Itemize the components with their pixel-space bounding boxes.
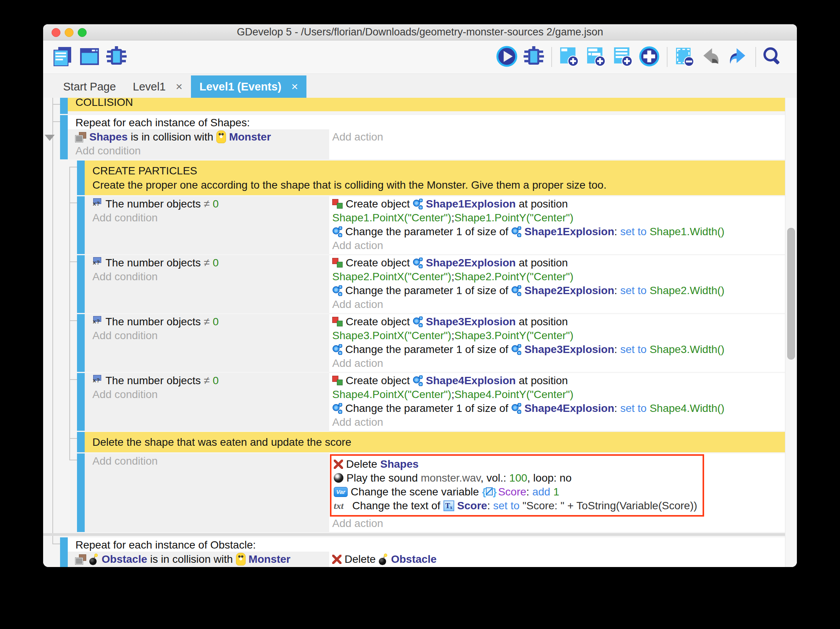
project-manager-button[interactable]: [52, 46, 74, 68]
condition-line[interactable]: The number objects ≠ 0: [92, 197, 329, 211]
condition-line[interactable]: The number objects ≠ 0: [92, 315, 329, 329]
action-line[interactable]: Change the parameter 1 of size of Shape1…: [332, 225, 785, 239]
add-new-button[interactable]: [638, 46, 660, 68]
add-action-link[interactable]: Add action: [332, 356, 785, 370]
scrollbar-thumb[interactable]: [787, 228, 795, 360]
text-segment: Shape3.Width(): [649, 343, 725, 355]
scene-editor-button[interactable]: [79, 46, 100, 68]
action-line[interactable]: Change the parameter 1 of size of Shape2…: [332, 284, 785, 298]
actions-cell[interactable]: Create object Shape2Explosion at positio…: [329, 255, 785, 313]
add-condition-link[interactable]: Add condition: [92, 454, 329, 468]
add-action-link[interactable]: Add action: [332, 517, 785, 530]
actions-cell[interactable]: Delete ShapesPlay the sound monster.wav,…: [329, 453, 785, 532]
action-line[interactable]: Create object Shape2Explosion at positio…: [332, 256, 785, 270]
condition-line[interactable]: Shapes is in collision with Monster: [75, 130, 329, 144]
play-button[interactable]: [496, 46, 518, 68]
text-segment: 0: [213, 316, 219, 328]
action-line[interactable]: txtChange the text of TₓScore: set to "S…: [334, 499, 697, 513]
event-handle-bar[interactable]: [77, 453, 85, 532]
actions-cell[interactable]: Create object Shape4Explosion at positio…: [329, 373, 785, 431]
action-line[interactable]: Delete Obstacle: [332, 552, 785, 566]
event-handle-bar[interactable]: [77, 432, 85, 452]
action-line[interactable]: Shape2.PointX("Center");Shape2.PointY("C…: [332, 270, 785, 284]
comment-row[interactable]: Delete the shape that was eaten and upda…: [77, 432, 785, 452]
action-line[interactable]: Delete Shapes: [334, 457, 697, 471]
add-action-link[interactable]: Add action: [332, 566, 785, 567]
action-line[interactable]: Change the parameter 1 of size of Shape3…: [332, 343, 785, 356]
conditions-cell[interactable]: Add condition: [85, 453, 329, 532]
action-line[interactable]: Shape1.PointX("Center");Shape1.PointY("C…: [332, 211, 785, 225]
tab-start-page[interactable]: Start Page: [55, 75, 124, 98]
add-condition-link[interactable]: Add condition: [92, 329, 329, 343]
add-condition-link[interactable]: Add condition: [75, 144, 329, 158]
event-row[interactable]: Add conditionDelete ShapesPlay the sound…: [77, 453, 785, 532]
object-count-icon: [92, 257, 102, 269]
conditions-cell[interactable]: Obstacle is in collision with MonsterAdd…: [68, 552, 329, 567]
tab-label: Level1: [133, 80, 166, 93]
actions-cell[interactable]: Create object Shape3Explosion at positio…: [329, 314, 785, 372]
debugger-button[interactable]: [523, 46, 545, 68]
add-condition-link[interactable]: Add condition: [92, 211, 329, 225]
event-row[interactable]: Repeat for each instance of Shapes:Shape…: [60, 115, 785, 159]
event-handle-bar[interactable]: [77, 373, 85, 431]
action-line[interactable]: Create object Shape4Explosion at positio…: [332, 374, 785, 388]
event-handle-bar[interactable]: [60, 537, 68, 567]
condition-line[interactable]: The number objects ≠ 0: [92, 374, 329, 388]
vertical-scrollbar[interactable]: [785, 98, 797, 567]
event-row[interactable]: The number objects ≠ 0Add conditionCreat…: [77, 314, 785, 372]
add-comment-button[interactable]: [611, 46, 633, 68]
delete-event-button[interactable]: [673, 46, 695, 68]
condition-line[interactable]: The number objects ≠ 0: [92, 256, 329, 270]
add-action-link[interactable]: Add action: [332, 298, 785, 311]
add-condition-link[interactable]: Add condition: [92, 388, 329, 401]
event-row[interactable]: The number objects ≠ 0Add conditionCreat…: [77, 255, 785, 313]
close-tab-icon[interactable]: ×: [291, 80, 298, 93]
object-count-icon: [92, 198, 102, 210]
add-action-link[interactable]: Add action: [332, 239, 785, 253]
event-handle-bar[interactable]: [77, 314, 85, 372]
action-line[interactable]: Create object Shape3Explosion at positio…: [332, 315, 785, 329]
conditions-cell[interactable]: The number objects ≠ 0Add condition: [85, 314, 329, 372]
event-handle-bar[interactable]: [77, 255, 85, 313]
event-row[interactable]: The number objects ≠ 0Add conditionCreat…: [77, 196, 785, 254]
event-rows: COLLISIONRepeat for each instance of Sha…: [43, 98, 785, 567]
event-handle-bar[interactable]: [77, 161, 85, 195]
action-line[interactable]: Shape3.PointX("Center");Shape3.PointY("C…: [332, 329, 785, 343]
action-line[interactable]: Create object Shape1Explosion at positio…: [332, 197, 785, 211]
action-line[interactable]: VarChange the scene variable {}Score: ad…: [334, 485, 697, 499]
undo-button[interactable]: [700, 46, 722, 68]
search-button[interactable]: [761, 46, 783, 68]
action-line[interactable]: Shape4.PointX("Center");Shape4.PointY("C…: [332, 388, 785, 401]
tab-level1[interactable]: Level1×: [124, 75, 191, 98]
event-handle-bar[interactable]: [60, 115, 68, 159]
row-content: COLLISION: [68, 98, 785, 111]
add-event-button[interactable]: [557, 46, 579, 68]
condition-line[interactable]: Obstacle is in collision with Monster: [75, 552, 329, 566]
conditions-cell[interactable]: The number objects ≠ 0Add condition: [85, 255, 329, 313]
debugger-button[interactable]: [105, 46, 127, 68]
actions-cell[interactable]: Delete ObstacleAdd action: [329, 552, 785, 567]
comment-row[interactable]: COLLISION: [60, 98, 785, 114]
comment-row[interactable]: CREATE PARTICLESCreate the proper one ac…: [77, 161, 785, 195]
event-handle-bar[interactable]: [77, 196, 85, 254]
add-condition-link[interactable]: Add condition: [92, 270, 329, 284]
actions-cell[interactable]: Create object Shape1Explosion at positio…: [329, 196, 785, 254]
tab-level1-events-[interactable]: Level1 (Events)×: [191, 75, 306, 98]
conditions-cell[interactable]: The number objects ≠ 0Add condition: [85, 373, 329, 431]
add-action-link[interactable]: Add action: [332, 130, 785, 144]
add-condition-link[interactable]: Add condition: [75, 566, 329, 567]
event-row[interactable]: Repeat for each instance of Obstacle:Obs…: [60, 537, 785, 567]
event-handle-bar[interactable]: [60, 98, 68, 114]
add-subevent-button[interactable]: [584, 46, 606, 68]
action-line[interactable]: Play the sound monster.wav, vol.: 100, l…: [334, 471, 697, 485]
text-segment: 0: [213, 198, 219, 210]
close-tab-icon[interactable]: ×: [176, 80, 183, 93]
redo-button[interactable]: [727, 46, 749, 68]
action-line[interactable]: Change the parameter 1 of size of Shape4…: [332, 401, 785, 415]
conditions-cell[interactable]: Shapes is in collision with MonsterAdd c…: [68, 129, 329, 159]
actions-cell[interactable]: Add action: [329, 129, 785, 159]
delete-icon: [332, 555, 341, 564]
event-row[interactable]: The number objects ≠ 0Add conditionCreat…: [77, 373, 785, 431]
add-action-link[interactable]: Add action: [332, 415, 785, 429]
conditions-cell[interactable]: The number objects ≠ 0Add condition: [85, 196, 329, 254]
